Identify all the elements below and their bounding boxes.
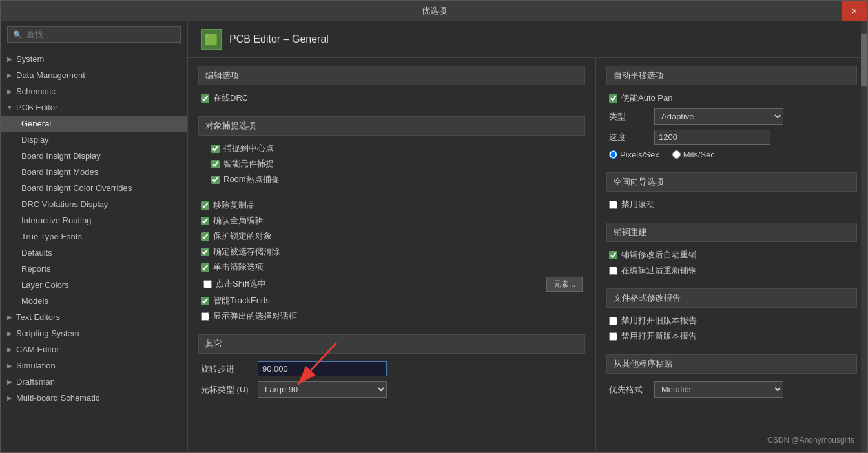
cursor-type-row: 光标类型 (U) Large 90 Large 45 Small 90 Smal… — [198, 379, 585, 400]
sidebar-item-board-insight-modes[interactable]: Board Insight Modes — [1, 164, 187, 180]
sidebar-item-label: Multi-board Schematic — [16, 393, 99, 403]
click-clear-checkbox[interactable] — [201, 263, 209, 272]
sidebar-item-multi-board[interactable]: ▶ Multi-board Schematic — [1, 390, 187, 406]
room-hotspot-checkbox[interactable] — [211, 176, 220, 184]
arrow-icon: ▶ — [6, 88, 14, 96]
arrow-icon: ▶ — [6, 72, 14, 79]
arrow-icon: ▶ — [6, 362, 14, 370]
sidebar-item-label: Interactive Routing — [21, 216, 91, 225]
pcb-icon-glyph: 🟩 — [205, 34, 218, 46]
repour-modify-checkbox[interactable] — [609, 251, 617, 259]
sidebar-item-label: Text Editors — [16, 312, 60, 322]
sidebar-item-label: General — [21, 119, 51, 128]
online-drc-label: 在线DRC — [213, 92, 248, 104]
arrow-icon: ▶ — [6, 55, 14, 63]
search-input[interactable] — [26, 30, 175, 39]
sidebar-item-label: Layer Colors — [21, 280, 69, 290]
snap-center-label: 捕捉到中心点 — [223, 143, 274, 154]
disable-scroll-checkbox[interactable] — [609, 201, 617, 209]
snap-section: 对象捕捉选项 捕捉到中心点 智能元件捕捉 — [198, 116, 585, 187]
smart-trackends-label: 智能TrackEnds — [213, 295, 270, 307]
remove-dup-checkbox[interactable] — [201, 201, 209, 210]
sidebar-item-label: Board Insight Display — [21, 151, 101, 161]
scrollbar-track[interactable] — [861, 21, 867, 452]
watermark: CSDN @Anonymousgirls — [767, 436, 854, 445]
sidebar-item-board-insight-display[interactable]: Board Insight Display — [1, 148, 187, 164]
mils-sec-radio[interactable] — [672, 150, 681, 159]
smart-trackends-checkbox[interactable] — [201, 297, 209, 305]
protect-locked-row: 保护锁定的对象 — [198, 228, 585, 244]
preferred-format-select[interactable]: Metafile Bitmap Text — [654, 381, 783, 398]
pixels-sec-radio-label[interactable]: Pixels/Sex — [609, 150, 659, 159]
sidebar-item-cam-editor[interactable]: ▶ CAM Editor — [1, 341, 187, 357]
paste-title: 从其他程序粘贴 — [606, 354, 857, 374]
sidebar-item-label: Data Management — [16, 70, 85, 80]
mils-sec-radio-label[interactable]: Mils/Sec — [672, 150, 715, 159]
speed-input[interactable] — [654, 130, 770, 145]
sidebar-item-label: Schematic — [16, 86, 56, 96]
show-popup-checkbox[interactable] — [201, 312, 209, 321]
repour-edit-checkbox[interactable] — [609, 267, 617, 275]
autopan-title: 自动平移选项 — [606, 66, 857, 85]
sidebar-item-text-editors[interactable]: ▶ Text Editors — [1, 309, 187, 325]
snap-center-checkbox[interactable] — [211, 145, 220, 153]
element-button[interactable]: 元素... — [546, 277, 583, 292]
copper-pour-section: 铺铜重建 铺铜修改后自动重铺 在编辑过后重新铺铜 — [606, 223, 857, 278]
online-drc-checkbox[interactable] — [201, 94, 209, 103]
sidebar-item-true-type-fonts[interactable]: True Type Fonts — [1, 228, 187, 245]
shift-select-checkbox[interactable] — [203, 280, 212, 288]
sidebar-item-data-management[interactable]: ▶ Data Management — [1, 67, 187, 83]
edit-options-section: 编辑选项 在线DRC — [198, 66, 585, 106]
snap-center-row: 捕捉到中心点 — [209, 141, 585, 156]
enable-autopan-row: 使能Auto Pan — [606, 90, 857, 106]
remove-dup-row: 移除复制品 — [198, 197, 585, 213]
preferences-dialog: 优选项 × 🔍 ▶ System ▶ Data Managemen — [0, 0, 868, 453]
rotation-step-row: 旋转步进 — [198, 359, 585, 379]
sidebar-item-layer-colors[interactable]: Layer Colors — [1, 277, 187, 293]
space-nav-section: 空间向导选项 禁用滚动 — [606, 172, 857, 212]
sidebar-item-reports[interactable]: Reports — [1, 261, 187, 277]
cursor-type-select[interactable]: Large 90 Large 45 Small 90 Small 45 — [258, 381, 387, 398]
sidebar-item-label: DRC Violations Display — [21, 199, 108, 209]
confirm-global-checkbox[interactable] — [201, 217, 209, 225]
sidebar-item-scripting-system[interactable]: ▶ Scripting System — [1, 325, 187, 341]
panel-body: 编辑选项 在线DRC 对象捕捉选项 捕捉到中心点 — [188, 58, 867, 452]
sidebar-item-interactive-routing[interactable]: Interactive Routing — [1, 212, 187, 228]
nav-tree: ▶ System ▶ Data Management ▶ Schematic ▼… — [1, 48, 187, 452]
space-nav-title: 空间向导选项 — [606, 172, 857, 192]
confirm-global-row: 确认全局编辑 — [198, 213, 585, 228]
sidebar-item-pcb-editor[interactable]: ▼ PCB Editor — [1, 99, 187, 116]
sidebar-item-simulation[interactable]: ▶ Simulation — [1, 357, 187, 374]
sidebar-item-display[interactable]: Display — [1, 132, 187, 148]
sidebar-item-draftsman[interactable]: ▶ Draftsman — [1, 374, 187, 390]
type-select[interactable]: Adaptive Fixed Size Jump Ballistic Auto … — [654, 108, 783, 125]
smart-snap-row: 智能元件捕捉 — [209, 156, 585, 172]
enable-autopan-checkbox[interactable] — [609, 94, 617, 103]
sidebar: 🔍 ▶ System ▶ Data Management ▶ Sc — [1, 21, 188, 452]
speed-label: 速度 — [609, 132, 648, 143]
dialog-title: 优选项 — [422, 5, 447, 17]
sidebar-item-defaults[interactable]: Defaults — [1, 245, 187, 261]
sidebar-item-board-insight-color-overrides[interactable]: Board Insight Color Overrides — [1, 180, 187, 196]
sidebar-item-system[interactable]: ▶ System — [1, 51, 187, 67]
smart-trackends-row: 智能TrackEnds — [198, 293, 585, 308]
sidebar-item-schematic[interactable]: ▶ Schematic — [1, 83, 187, 99]
confirm-clear-checkbox[interactable] — [201, 248, 209, 256]
pixels-sec-radio[interactable] — [609, 150, 617, 159]
disable-new-checkbox[interactable] — [609, 332, 617, 341]
protect-locked-checkbox[interactable] — [201, 232, 209, 241]
main-content: 🔍 ▶ System ▶ Data Management ▶ Sc — [1, 21, 867, 452]
smart-snap-checkbox[interactable] — [211, 160, 220, 168]
scrollbar-thumb[interactable] — [861, 34, 867, 86]
disable-old-label: 禁用打开旧版本报告 — [621, 315, 697, 327]
room-hotspot-label: Room热点捕捉 — [223, 174, 280, 185]
sidebar-item-general[interactable]: General — [1, 116, 187, 132]
repour-after-edit-row: 在编辑过后重新铺铜 — [606, 263, 857, 278]
rotation-step-input[interactable] — [258, 361, 387, 376]
close-button[interactable]: × — [842, 1, 867, 21]
disable-old-checkbox[interactable] — [609, 317, 617, 325]
search-wrap[interactable]: 🔍 — [7, 26, 181, 43]
sidebar-item-drc-violations[interactable]: DRC Violations Display — [1, 196, 187, 212]
sidebar-item-models[interactable]: Models — [1, 293, 187, 309]
room-hotspot-row: Room热点捕捉 — [209, 172, 585, 187]
